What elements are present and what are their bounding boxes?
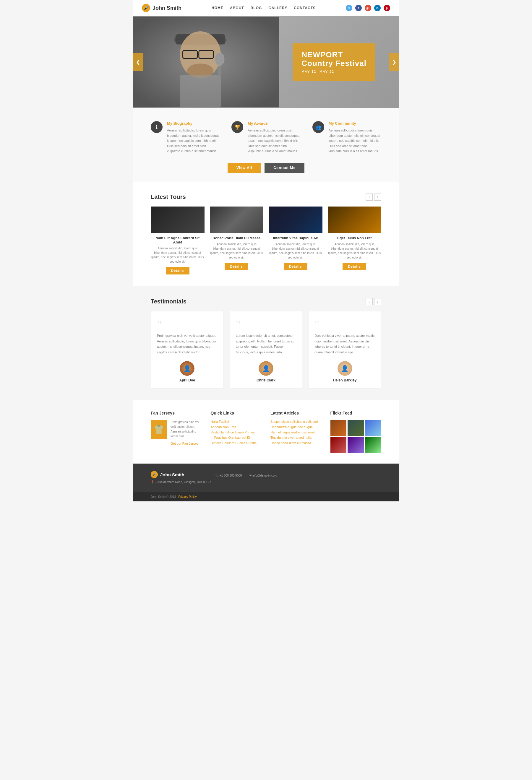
- quick-link-4[interactable]: In Faucibus Orci Laoreet Et: [211, 436, 262, 439]
- testimonials-title: Testimonials: [151, 298, 187, 305]
- feature-biography: ℹ My Biography Aenean sollicitudin, lore…: [151, 121, 220, 154]
- testimonials-next-button[interactable]: ›: [374, 298, 381, 305]
- footer-address-block: 📍 7200 Marmora Road, Glasgow, D04 89GR: [151, 480, 211, 484]
- community-title: My Community: [329, 121, 381, 126]
- tour-thumb-3: [269, 206, 323, 233]
- twitter-icon[interactable]: 𝕏: [346, 5, 352, 11]
- fan-jerseys-title: Fan Jerseys: [151, 411, 202, 416]
- header: 🎤 John Smith HOME ABOUT BLOG GALLERY CON…: [133, 0, 399, 16]
- community-text: Aenean sollicitudin, lorem quis bibendum…: [329, 128, 381, 154]
- community-content: My Community Aenean sollicitudin, lorem …: [329, 121, 381, 154]
- jersey-image: 👕: [151, 420, 167, 439]
- quick-links-list: Nulla Facilisi Aenean Non Eros Vestibulu…: [211, 420, 262, 445]
- hero-event-date: MAY 12- MAY 22: [301, 70, 367, 74]
- tour-text-3: Aenean sollicitudin, lorem quis bibendum…: [269, 242, 323, 260]
- article-link-1[interactable]: Suspendisse sollicitudin velit sed: [271, 420, 322, 423]
- testimonial-author-3: 👤 Helen Barkley: [315, 361, 375, 382]
- quote-mark-2: ": [236, 319, 296, 331]
- hero-section: NEWPORT Country Festival MAY 12- MAY 22 …: [133, 16, 399, 108]
- nav-item-home[interactable]: HOME: [211, 6, 224, 10]
- tour-text-1: Aenean sollicitudin, lorem quis bibendum…: [151, 246, 204, 264]
- tour-text-2: Aenean sollicitudin, lorem quis bibendum…: [210, 242, 263, 260]
- hero-next-button[interactable]: ❯: [389, 53, 399, 71]
- testimonials-header: Testimonials ‹ ›: [151, 298, 381, 305]
- flickr-thumb-4[interactable]: [330, 437, 347, 453]
- footer-phone: 📞 +1 800 300 5000: [215, 474, 242, 477]
- biography-text: Aenean sollicitudin, lorem quis bibendum…: [167, 128, 220, 154]
- testimonial-3: " Duis vehicula viverra ipsum, auctor ma…: [308, 311, 381, 389]
- social-icons: 𝕏 f g+ in p: [346, 5, 390, 11]
- svg-point-10: [215, 53, 224, 65]
- quick-link-3[interactable]: Vestibulum Arcu Ipsum Primus: [211, 431, 262, 434]
- tour-details-2[interactable]: Details: [225, 263, 248, 270]
- tour-title-2: Donec Porta Diam Eu Massa: [210, 236, 263, 240]
- logo[interactable]: 🎤 John Smith: [142, 4, 182, 12]
- testimonial-text-1: Proin gravida nibh vel velit auctor aliq…: [157, 333, 217, 355]
- hero-event-box: NEWPORT Country Festival MAY 12- MAY 22: [293, 43, 375, 81]
- facebook-icon[interactable]: f: [355, 5, 362, 11]
- view-all-button[interactable]: View All: [228, 163, 261, 173]
- tours-prev-button[interactable]: ‹: [366, 194, 373, 201]
- tour-details-3[interactable]: Details: [284, 263, 307, 270]
- tour-item-4: Eget Tellus Non Erat Aenean sollicitudin…: [328, 206, 382, 275]
- svg-rect-8: [180, 75, 221, 107]
- april-avatar: 👤: [180, 361, 194, 376]
- jersey-info: Proin gravida nibh vel velit auctor aliq…: [171, 420, 202, 445]
- privacy-policy-link[interactable]: Privacy Policy: [178, 495, 197, 498]
- tours-next-button[interactable]: ›: [374, 194, 381, 201]
- footer-logo: 🎤 John Smith: [151, 471, 211, 478]
- tours-header: Latest Tours ‹ ›: [151, 194, 381, 201]
- flickr-thumb-5[interactable]: [348, 437, 364, 453]
- footer-logo-icon: 🎤: [151, 471, 158, 478]
- feature-awards: 🏆 My Awards Aenean sollicitudin, lorem q…: [231, 121, 300, 154]
- testimonial-author-1: 👤 April Doe: [157, 361, 217, 382]
- footer-main: 🎤 John Smith 📍 7200 Marmora Road, Glasgo…: [133, 464, 399, 492]
- footer-address: 📍 7200 Marmora Road, Glasgow, D04 89GR: [151, 480, 211, 484]
- footer-quick-links: Quick Links Nulla Facilisi Aenean Non Er…: [211, 411, 262, 453]
- footer-flickr: Flickr Feed: [330, 411, 382, 453]
- awards-title: My Awards: [248, 121, 300, 126]
- quote-mark-3: ": [315, 319, 375, 331]
- awards-content: My Awards Aenean sollicitudin, lorem qui…: [248, 121, 300, 154]
- quick-link-1[interactable]: Nulla Facilisi: [211, 420, 262, 423]
- jersey-description: Proin gravida nibh vel velit auctor aliq…: [171, 420, 202, 439]
- flickr-thumb-6[interactable]: [365, 437, 381, 453]
- article-link-5[interactable]: Donec porta diam eu massa: [271, 441, 322, 445]
- biography-icon: ℹ: [151, 121, 162, 133]
- nav-item-gallery[interactable]: GALLERY: [269, 6, 287, 10]
- footer-main-inner: 🎤 John Smith 📍 7200 Marmora Road, Glasgo…: [151, 471, 381, 485]
- flickr-thumb-2[interactable]: [348, 420, 364, 436]
- author-name-1: April Doe: [179, 378, 195, 382]
- tour-thumb-4: [328, 206, 382, 233]
- tour-title-1: Nam Elit Agna Endrerit Sit Amet: [151, 236, 204, 244]
- article-link-4[interactable]: Tincidunt io viverra sed nulla: [271, 436, 322, 439]
- footer-latest-articles: Latest Articles Suspendisse sollicitudin…: [271, 411, 322, 453]
- tours-grid: Nam Elit Agna Endrerit Sit Amet Aenean s…: [151, 206, 381, 275]
- tour-details-1[interactable]: Details: [166, 267, 189, 275]
- article-link-2[interactable]: Ut pharetra augue nec augue: [271, 425, 322, 429]
- jersey-link[interactable]: Get our Fan Jersey!: [171, 442, 199, 445]
- tour-details-4[interactable]: Details: [343, 263, 366, 270]
- contact-me-button[interactable]: Contact Me: [264, 163, 304, 173]
- tours-title: Latest Tours: [151, 194, 186, 200]
- features-section: ℹ My Biography Aenean sollicitudin, lore…: [133, 108, 399, 182]
- nav-item-about[interactable]: ABOUT: [230, 6, 244, 10]
- flickr-thumb-1[interactable]: [330, 420, 347, 436]
- quick-link-2[interactable]: Aenean Non Eros: [211, 425, 262, 429]
- footer-logo-text: John Smith: [160, 472, 184, 477]
- nav-item-contacts[interactable]: CONTACTS: [294, 6, 316, 10]
- pinterest-icon[interactable]: p: [384, 5, 390, 11]
- footer-bottom: John Smith © 2013 | Privacy Policy: [133, 492, 399, 501]
- biography-title: My Biography: [167, 121, 220, 126]
- hero-prev-button[interactable]: ❮: [133, 53, 143, 71]
- article-link-3[interactable]: Nam elit agna endrerit sit amet: [271, 431, 322, 434]
- flickr-thumb-3[interactable]: [365, 420, 381, 436]
- author-avatar-2: 👤: [258, 361, 274, 376]
- gplus-icon[interactable]: g+: [365, 5, 371, 11]
- nav-item-blog[interactable]: BLOG: [251, 6, 262, 10]
- testimonials-prev-button[interactable]: ‹: [366, 298, 373, 305]
- quick-link-5[interactable]: Ultrices Posuere Cubilia Cursus: [211, 441, 262, 445]
- testimonials-nav: ‹ ›: [366, 298, 381, 305]
- linkedin-icon[interactable]: in: [374, 5, 381, 11]
- flickr-grid: [330, 420, 382, 453]
